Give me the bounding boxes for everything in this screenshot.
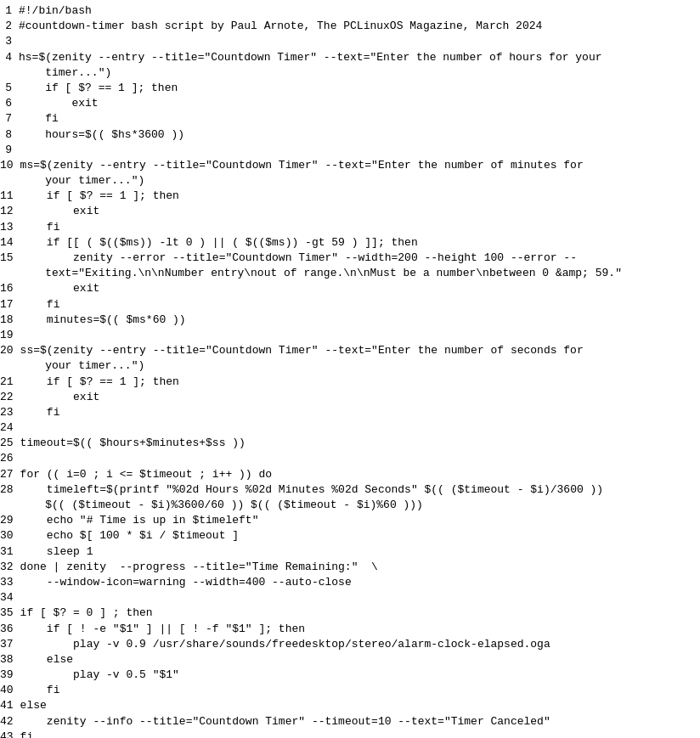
code-line: 11 if [ $? == 1 ]; then	[0, 189, 700, 204]
line-content: --window-icon=warning --width=400 --auto…	[19, 575, 700, 590]
code-line: 7 fi	[0, 111, 700, 127]
line-number: 33	[0, 575, 19, 590]
code-line: 8 hours=$(( $hs*3600 ))	[0, 127, 700, 143]
code-line: 29 echo "# Time is up in $timeleft"	[0, 513, 700, 528]
code-line: 1#!/bin/bash	[0, 3, 700, 19]
line-number: 19	[0, 328, 19, 343]
line-content: exit	[19, 281, 700, 296]
continuation-line: timer...")	[0, 65, 700, 81]
line-number: 38	[0, 652, 19, 668]
line-number: 40	[0, 683, 19, 698]
line-content: ms=$(zenity --entry --title="Countdown T…	[19, 158, 700, 173]
line-number: 22	[0, 390, 19, 405]
line-content: minutes=$(( $ms*60 ))	[19, 313, 700, 328]
code-line: 2#countdown-timer bash script by Paul Ar…	[0, 19, 700, 34]
line-content	[17, 34, 700, 49]
line-number: 2	[0, 19, 17, 34]
code-line: 43fi	[0, 730, 700, 738]
line-content: fi	[19, 405, 700, 420]
code-line: 34	[0, 590, 700, 606]
line-number: 41	[0, 698, 19, 713]
code-line: 3	[0, 34, 700, 49]
line-number: 30	[0, 528, 19, 544]
line-content	[17, 143, 700, 158]
line-content	[19, 328, 700, 343]
line-content: play -v 0.5 "$1"	[19, 668, 700, 683]
code-line: 4hs=$(zenity --entry --title="Countdown …	[0, 50, 700, 65]
line-number: 14	[0, 235, 19, 251]
line-content	[19, 420, 700, 436]
line-content: if [ $? == 1 ]; then	[19, 375, 700, 390]
continuation-line: text="Exiting.\n\nNumber entry\nout of r…	[0, 266, 700, 281]
code-line: 10ms=$(zenity --entry --title="Countdown…	[0, 158, 700, 173]
continuation-content: timer...")	[17, 65, 700, 81]
line-content: zenity --info --title="Countdown Timer" …	[19, 714, 700, 730]
code-line: 14 if [[ ( $(($ms)) -lt 0 ) || ( $(($ms)…	[0, 235, 700, 251]
line-number: 25	[0, 436, 19, 451]
line-content: play -v 0.9 /usr/share/sounds/freedeskto…	[19, 637, 700, 652]
line-content: fi	[17, 111, 700, 127]
line-number: 23	[0, 405, 19, 420]
code-line: 28 timeleft=$(printf "%02d Hours %02d Mi…	[0, 482, 700, 498]
line-content: else	[19, 698, 700, 713]
line-content: echo $[ 100 * $i / $timeout ]	[19, 528, 700, 544]
code-line: 37 play -v 0.9 /usr/share/sounds/freedes…	[0, 637, 700, 652]
line-number: 13	[0, 220, 19, 235]
line-content: if [ ! -e "$1" ] || [ ! -f "$1" ]; then	[19, 622, 700, 637]
code-line: 31 sleep 1	[0, 544, 700, 560]
line-number: 5	[0, 81, 17, 96]
code-line: 39 play -v 0.5 "$1"	[0, 668, 700, 683]
line-number: 37	[0, 637, 19, 652]
code-line: 13 fi	[0, 220, 700, 235]
continuation-line: your timer...")	[0, 358, 700, 374]
line-content: if [ $? == 1 ]; then	[19, 189, 700, 204]
code-line: 22 exit	[0, 390, 700, 405]
code-line: 36 if [ ! -e "$1" ] || [ ! -f "$1" ]; th…	[0, 622, 700, 637]
line-content: zenity --error --title="Countdown Timer"…	[19, 251, 700, 266]
line-number: 8	[0, 127, 17, 143]
line-content: if [ $? == 1 ]; then	[17, 81, 700, 96]
code-line: 42 zenity --info --title="Countdown Time…	[0, 714, 700, 730]
line-number: 42	[0, 714, 19, 730]
line-number: 43	[0, 730, 19, 738]
code-line: 33 --window-icon=warning --width=400 --a…	[0, 575, 700, 590]
continuation-content: $(( ($timeout - $i)%3600/60 )) $(( ($tim…	[17, 498, 700, 513]
line-number: 16	[0, 281, 19, 296]
line-number: 9	[0, 143, 17, 158]
continuation-number	[0, 358, 17, 374]
line-number: 17	[0, 297, 19, 313]
code-line: 35if [ $? = 0 ] ; then	[0, 606, 700, 621]
line-number: 28	[0, 482, 19, 498]
code-line: 5 if [ $? == 1 ]; then	[0, 81, 700, 96]
line-number: 11	[0, 189, 19, 204]
line-content: fi	[19, 683, 700, 698]
line-number: 39	[0, 668, 19, 683]
line-number: 1	[0, 3, 17, 19]
continuation-content: your timer...")	[17, 358, 700, 374]
code-line: 20ss=$(zenity --entry --title="Countdown…	[0, 343, 700, 358]
code-line: 12 exit	[0, 204, 700, 219]
line-content: fi	[19, 220, 700, 235]
line-number: 31	[0, 544, 19, 560]
code-line: 17 fi	[0, 297, 700, 313]
line-content: if [[ ( $(($ms)) -lt 0 ) || ( $(($ms)) -…	[19, 235, 700, 251]
line-number: 29	[0, 513, 19, 528]
line-content: if [ $? = 0 ] ; then	[19, 606, 700, 621]
code-line: 27for (( i=0 ; i <= $timeout ; i++ )) do	[0, 467, 700, 482]
continuation-content: your timer...")	[17, 173, 700, 189]
line-content: #!/bin/bash	[17, 3, 700, 19]
line-content: exit	[17, 96, 700, 111]
line-content: ss=$(zenity --entry --title="Countdown T…	[19, 343, 700, 358]
line-number: 12	[0, 204, 19, 219]
code-line: 21 if [ $? == 1 ]; then	[0, 375, 700, 390]
line-number: 36	[0, 622, 19, 637]
line-content: fi	[19, 297, 700, 313]
code-line: 16 exit	[0, 281, 700, 296]
line-content: echo "# Time is up in $timeleft"	[19, 513, 700, 528]
line-content: done | zenity --progress --title="Time R…	[19, 560, 700, 575]
line-number: 27	[0, 467, 19, 482]
line-number: 7	[0, 111, 17, 127]
line-content: #countdown-timer bash script by Paul Arn…	[17, 19, 700, 34]
line-content: exit	[19, 204, 700, 219]
line-number: 10	[0, 158, 19, 173]
